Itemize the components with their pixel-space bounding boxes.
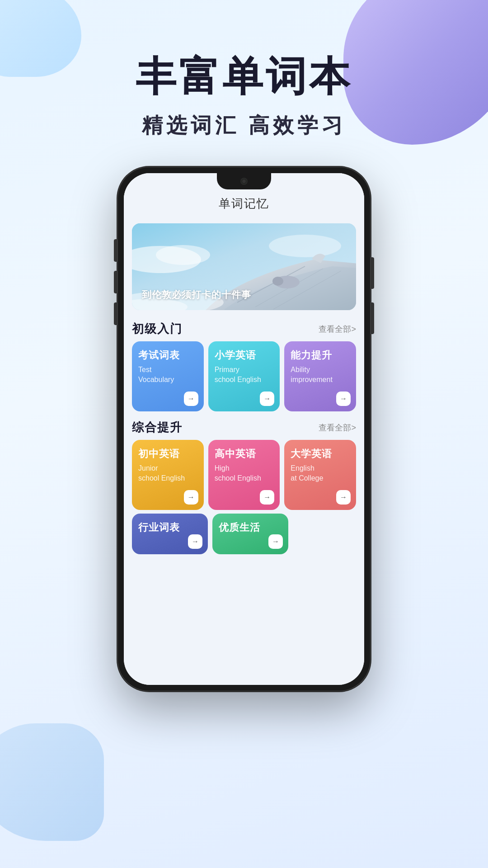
svg-point-8 bbox=[272, 277, 283, 286]
card-high-school-english[interactable]: 高中英语 Highschool English → bbox=[208, 440, 280, 510]
hero-title: 丰富单词本 bbox=[0, 54, 488, 99]
card-junior-english[interactable]: 初中英语 Juniorschool English → bbox=[132, 440, 204, 510]
card-college-zh: 大学英语 bbox=[291, 447, 350, 461]
card-quality-zh: 优质生活 bbox=[219, 521, 282, 534]
screen-content: 单词记忆 bbox=[124, 173, 364, 685]
card-industry-zh: 行业词表 bbox=[138, 521, 202, 534]
card-college-english[interactable]: 大学英语 Englishat College → bbox=[284, 440, 356, 510]
advanced-section-header: 综合提升 查看全部> bbox=[124, 413, 364, 440]
card-ability-arrow[interactable]: → bbox=[336, 392, 351, 406]
card-industry-vocab[interactable]: 行业词表 → bbox=[132, 514, 208, 554]
screen-title: 单词记忆 bbox=[124, 196, 364, 212]
card-primary-arrow[interactable]: → bbox=[260, 392, 274, 406]
card-highschool-en: Highschool English bbox=[215, 463, 274, 484]
card-highschool-zh: 高中英语 bbox=[215, 447, 274, 461]
card-ability-zh: 能力提升 bbox=[291, 349, 350, 362]
card-test-vocab-en: TestVocabulary bbox=[138, 365, 197, 385]
advanced-see-all[interactable]: 查看全部> bbox=[319, 422, 356, 433]
hero-subtitle: 精选词汇 高效学习 bbox=[0, 112, 488, 140]
card-college-arrow[interactable]: → bbox=[336, 490, 351, 505]
card-college-en: Englishat College bbox=[291, 463, 350, 484]
phone-screen: 单词记忆 bbox=[124, 173, 364, 685]
card-junior-arrow[interactable]: → bbox=[184, 490, 198, 505]
card-primary-english[interactable]: 小学英语 Primaryschool English → bbox=[208, 341, 280, 411]
card-junior-en: Juniorschool English bbox=[138, 463, 197, 484]
phone-outer-frame: 单词记忆 bbox=[117, 167, 371, 691]
card-primary-zh: 小学英语 bbox=[215, 349, 274, 362]
card-junior-zh: 初中英语 bbox=[138, 447, 197, 461]
banner-caption: 到伦敦必须打卡的十件事 bbox=[142, 288, 251, 301]
beginner-see-all[interactable]: 查看全部> bbox=[319, 324, 356, 335]
svg-point-3 bbox=[269, 235, 341, 257]
card-test-vocab-arrow[interactable]: → bbox=[184, 392, 198, 406]
card-test-vocabulary[interactable]: 考试词表 TestVocabulary → bbox=[132, 341, 204, 411]
advanced-cards-row: 初中英语 Juniorschool English → 高中英语 Highsch… bbox=[124, 440, 364, 510]
advanced-section-title: 综合提升 bbox=[132, 420, 183, 435]
card-industry-arrow[interactable]: → bbox=[188, 534, 202, 549]
card-ability-improvement[interactable]: 能力提升 Abilityimprovement → bbox=[284, 341, 356, 411]
card-ability-en: Abilityimprovement bbox=[291, 365, 350, 385]
svg-point-2 bbox=[156, 245, 210, 265]
bottom-cards-row: 行业词表 → 优质生活 → bbox=[124, 514, 364, 554]
card-test-vocab-zh: 考试词表 bbox=[138, 349, 197, 362]
card-quality-arrow[interactable]: → bbox=[268, 534, 283, 549]
beginner-section-header: 初级入门 查看全部> bbox=[124, 315, 364, 341]
card-primary-en: Primaryschool English bbox=[215, 365, 274, 385]
hero-section: 丰富单词本 精选词汇 高效学习 bbox=[0, 0, 488, 140]
banner-image[interactable]: 到伦敦必须打卡的十件事 bbox=[132, 223, 356, 310]
beginner-section-title: 初级入门 bbox=[132, 321, 183, 337]
camera-icon bbox=[240, 178, 248, 185]
card-quality-life[interactable]: 优质生活 → bbox=[212, 514, 288, 554]
phone-mockup: 单词记忆 bbox=[0, 167, 488, 691]
card-highschool-arrow[interactable]: → bbox=[260, 490, 274, 505]
phone-notch bbox=[217, 173, 271, 189]
beginner-cards-row: 考试词表 TestVocabulary → 小学英语 Primaryschool… bbox=[124, 341, 364, 411]
background-blob-bottom-left bbox=[0, 723, 104, 841]
